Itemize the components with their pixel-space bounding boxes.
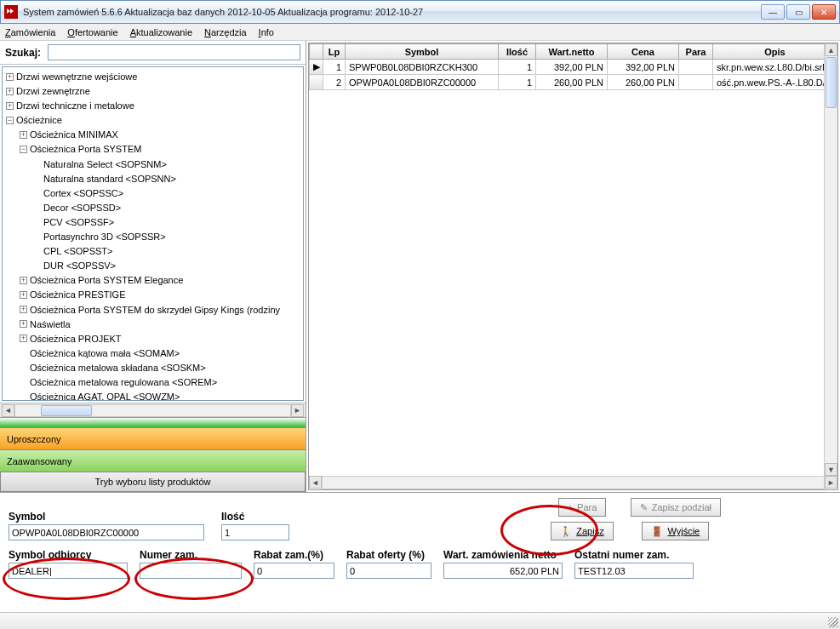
mode-picklist-button[interactable]: Tryb wyboru listy produktów [0, 472, 306, 492]
table-row[interactable]: 2OPWP0A0L08DBI0RZC000001260,00 PLN260,00… [310, 75, 837, 90]
expand-icon[interactable]: + [20, 335, 27, 342]
grid-v-thumb[interactable] [826, 57, 837, 108]
tree-node[interactable]: +Drzwi zewnętrzne [6, 83, 301, 98]
grid-scroll-down-icon[interactable]: ▼ [825, 463, 837, 476]
tree-node[interactable]: DUR <SOPSSV> [6, 258, 301, 272]
tree-node[interactable]: Decor <SOPSSD> [6, 200, 301, 214]
tree-node-label: Ościeżnica Porta SYSTEM do skrzydeł Gips… [30, 305, 280, 315]
zapisz-button[interactable]: 🚶 Zapisz [551, 522, 613, 540]
grid-v-scrollbar[interactable]: ▲ ▼ [824, 43, 837, 476]
grid-h-scrollbar[interactable]: ◄ ► [309, 476, 837, 489]
tree-node[interactable]: −Ościeżnica Porta SYSTEM [6, 141, 301, 156]
symbol-odbiorcy-input[interactable] [9, 563, 128, 579]
tree-leaf-icon [20, 349, 27, 357]
tree-h-scrollbar[interactable]: ◄ ► [0, 403, 306, 417]
grid-scroll-right-icon[interactable]: ► [825, 476, 837, 489]
numer-zam-input[interactable] [140, 563, 242, 579]
scroll-right-icon[interactable]: ► [291, 404, 304, 417]
tree-leaf-icon [33, 262, 41, 270]
rabat-zam-input[interactable] [254, 563, 334, 579]
tree-node[interactable]: +Ościeżnica MINIMAX [6, 127, 301, 141]
tree-node[interactable]: Cortex <SOPSSC> [6, 186, 301, 200]
col-para[interactable]: Para [679, 44, 713, 60]
tree-node-label: Ościeżnica Porta SYSTEM [30, 145, 141, 155]
ilosc-input[interactable] [221, 524, 289, 540]
tree-leaf-icon [33, 219, 41, 226]
scroll-left-icon[interactable]: ◄ [2, 404, 14, 417]
tree-node[interactable]: −Ościeżnice [6, 112, 301, 127]
resize-grip[interactable] [828, 617, 838, 627]
grid-scroll-up-icon[interactable]: ▲ [825, 43, 837, 56]
symbol-input[interactable] [9, 524, 204, 540]
ostatni-numer-input[interactable] [574, 563, 694, 579]
collapse-icon[interactable]: − [20, 146, 27, 153]
tree-node[interactable]: +Ościeżnica Porta SYSTEM Elegance [6, 272, 301, 287]
tree-node[interactable]: Ościeżnica metalowa składana <SOSKM> [6, 360, 301, 375]
tree-node[interactable]: Ościeżnica AGAT, OPAL <SOWZM> [6, 389, 301, 401]
tree-node[interactable]: +Naświetla [6, 317, 301, 331]
scroll-thumb[interactable] [41, 405, 92, 416]
menu-ofertowanie[interactable]: Ofertowanie [67, 27, 117, 37]
table-row[interactable]: ▶1SPWP0B0L08DBI0RZCKH3001392,00 PLN392,0… [310, 60, 837, 75]
plus-icon: + [568, 502, 573, 512]
col-symbol[interactable]: Symbol [346, 44, 499, 60]
search-input[interactable] [48, 44, 300, 60]
symbol-label: Symbol [9, 511, 204, 523]
rabat-oferty-input[interactable] [346, 563, 431, 579]
expand-icon[interactable]: + [6, 73, 14, 81]
col-opis[interactable]: Opis [713, 44, 837, 60]
close-button[interactable]: ✕ [812, 4, 836, 20]
cell-para [679, 60, 713, 75]
minimize-button[interactable]: — [761, 4, 785, 20]
tree-node[interactable]: Naturalna standard <SOPSNN> [6, 171, 301, 186]
tree-node-label: Ościeżnica MINIMAX [30, 129, 118, 140]
titlebar: System zamówień 5.6.6 Aktualizacja baz d… [0, 0, 840, 24]
tree-node-label: Ościeżnica Porta SYSTEM Elegance [30, 275, 183, 285]
tree-node[interactable]: Naturalna Select <SOPSNM> [6, 157, 301, 171]
tree-node[interactable]: Portasynchro 3D <SOPSSR> [6, 229, 301, 243]
cell-opis: ość.pn.wew.PS.-A-.L80.D/bi.sr [713, 75, 837, 90]
col-ilosc[interactable]: Ilość [499, 44, 536, 60]
tree-node[interactable]: +Ościeżnica Porta SYSTEM do skrzydeł Gip… [6, 302, 301, 317]
product-tree[interactable]: +Drzwi wewnętrzne wejściowe+Drzwi zewnęt… [2, 66, 304, 401]
maximize-button[interactable]: ▭ [786, 4, 810, 20]
cell-wart: 392,00 PLN [536, 60, 608, 75]
zapisz-podzial-button[interactable]: ✎ Zapisz podział [631, 498, 721, 517]
tree-node[interactable]: Ościeżnica metalowa regulowana <SOREM> [6, 375, 301, 389]
expand-icon[interactable]: + [6, 88, 14, 95]
grid-rowhead [310, 44, 323, 60]
tree-node[interactable]: PCV <SOPSSF> [6, 214, 301, 229]
mode-advanced[interactable]: Zaawansowany [0, 449, 306, 472]
expand-icon[interactable]: + [6, 102, 14, 110]
wart-zamowienia-input[interactable] [443, 563, 563, 579]
col-wart[interactable]: Wart.netto [536, 44, 608, 60]
rabat-oferty-label: Rabat oferty (%) [346, 549, 431, 561]
tree-node[interactable]: Ościeżnica kątowa mała <SOMAM> [6, 346, 301, 360]
menu-info[interactable]: Info [259, 27, 274, 37]
cell-para [679, 75, 713, 90]
expand-icon[interactable]: + [20, 291, 27, 299]
expand-icon[interactable]: + [20, 306, 27, 313]
tree-node[interactable]: +Drzwi wewnętrzne wejściowe [6, 69, 301, 83]
tree-node[interactable]: +Drzwi techniczne i metalowe [6, 98, 301, 112]
para-button[interactable]: + Para [558, 498, 607, 517]
expand-icon[interactable]: + [20, 131, 27, 139]
tree-node[interactable]: +Ościeżnica PROJEKT [6, 331, 301, 346]
tree-node-label: Cortex <SOPSSC> [43, 188, 123, 198]
expand-icon[interactable]: + [20, 277, 27, 284]
order-grid[interactable]: Lp Symbol Ilość Wart.netto Cena Para Opi… [309, 43, 837, 90]
mode-simple[interactable]: Uproszczony [0, 427, 306, 449]
tree-node[interactable]: CPL <SOPSST> [6, 243, 301, 258]
menu-zamowienia[interactable]: Zamówienia [5, 27, 55, 37]
col-cena[interactable]: Cena [608, 44, 679, 60]
tree-node[interactable]: +Ościeżnica PRESTIGE [6, 287, 301, 301]
wyjscie-button[interactable]: 🚪 Wyjście [642, 522, 709, 540]
menu-narzedzia[interactable]: Narzędzia [204, 27, 247, 37]
col-lp[interactable]: Lp [323, 44, 346, 60]
menu-aktualizowanie[interactable]: Aktualizowanie [130, 27, 192, 37]
collapse-icon[interactable]: − [6, 117, 14, 124]
gradient-separator [0, 417, 306, 427]
expand-icon[interactable]: + [20, 320, 27, 328]
symbol-odbiorcy-label: Symbol odbiorcy [9, 549, 128, 561]
grid-scroll-left-icon[interactable]: ◄ [309, 476, 322, 489]
